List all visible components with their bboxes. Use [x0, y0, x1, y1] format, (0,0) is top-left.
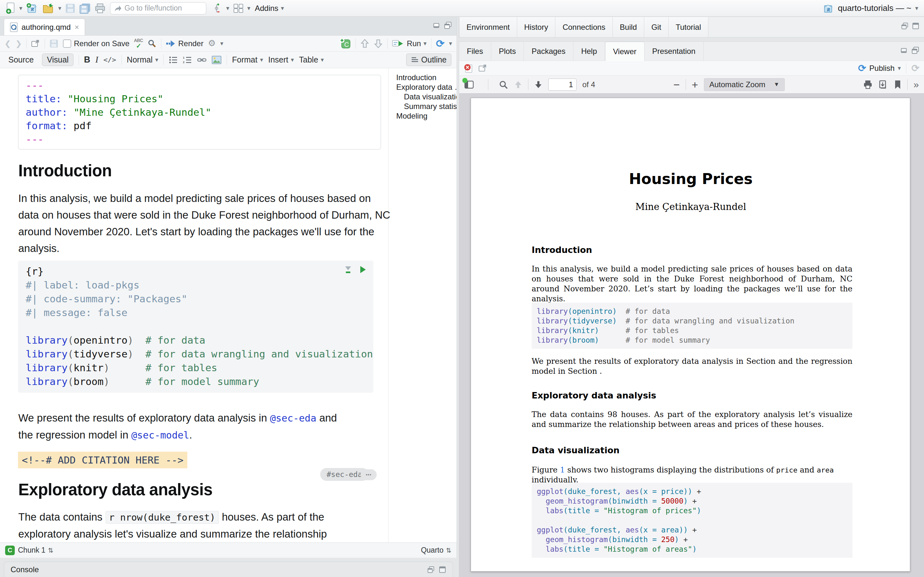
project-menu[interactable]: R quarto-tutorials — ~ ▾ [823, 3, 918, 14]
viewer-minimize-icon[interactable] [900, 47, 908, 54]
new-file-icon[interactable] [6, 3, 15, 14]
console-minimize-icon[interactable] [427, 566, 435, 574]
popout-window-icon[interactable] [31, 39, 40, 48]
tab-viewer[interactable]: Viewer [605, 42, 645, 61]
save-icon[interactable] [65, 3, 75, 13]
run-chunk-icon[interactable] [359, 266, 367, 274]
pdf-more-tools-icon[interactable]: » [913, 80, 919, 89]
outline-item-summary-statistics[interactable]: Summary statis… [396, 102, 457, 111]
tab-connections[interactable]: Connections [556, 17, 612, 37]
outline-item-eda[interactable]: Exploratory data … [396, 82, 457, 92]
forward-icon[interactable]: ❯ [15, 40, 22, 47]
render-on-save-checkbox[interactable] [63, 39, 71, 48]
maximize-pane-icon[interactable] [444, 21, 452, 29]
code-format-button[interactable]: </> [103, 56, 116, 64]
pdf-previous-page-icon[interactable] [514, 80, 522, 89]
tab-help[interactable]: Help [573, 42, 605, 61]
table-menu[interactable]: Table ▾ [299, 55, 324, 64]
sec-eda-reference[interactable]: @sec-eda [270, 413, 317, 424]
pdf-page-input[interactable] [548, 79, 577, 91]
version-control-icon[interactable] [214, 3, 222, 14]
render-on-save-toggle[interactable]: Render on Save [63, 39, 129, 48]
open-file-caret-icon[interactable]: ▾ [58, 5, 61, 11]
section-options-button[interactable]: ••• [360, 469, 376, 480]
link-icon[interactable] [197, 56, 207, 64]
pdf-zoom-out-icon[interactable]: − [674, 79, 680, 90]
pdf-sidebar-toggle-icon[interactable] [464, 81, 474, 89]
run-chunks-above-icon[interactable] [344, 265, 352, 274]
back-icon[interactable]: ❮ [5, 40, 11, 47]
spellcheck-icon[interactable]: ABC ✓ [134, 38, 144, 49]
pdf-bookmark-icon[interactable] [894, 80, 901, 89]
run-button[interactable]: Run ▾ [392, 39, 427, 48]
insert-chunk-icon[interactable]: C [339, 38, 351, 49]
console-pane-header[interactable]: Console [4, 562, 453, 577]
pdf-viewport[interactable]: Housing Prices Mine Çetinkaya-Rundel Int… [459, 93, 924, 577]
insert-menu[interactable]: Insert ▾ [268, 55, 294, 64]
save-doc-icon[interactable] [49, 39, 58, 48]
source-mode-button[interactable]: Source [5, 54, 37, 66]
new-file-caret-icon[interactable]: ▾ [19, 5, 23, 11]
stop-viewer-icon[interactable] [464, 63, 473, 73]
tab-history[interactable]: History [517, 17, 556, 37]
outline-item-introduction[interactable]: Introduction [396, 73, 457, 82]
rerun-icon[interactable]: ⟳ [436, 39, 445, 49]
bold-button[interactable]: B [84, 55, 90, 65]
minimize-pane-icon[interactable] [433, 21, 441, 29]
print-icon[interactable] [95, 3, 105, 13]
code-chunk[interactable]: {r}#| label: load-pkgs#| code-summary: "… [18, 261, 373, 393]
document-surface[interactable]: ---title: "Housing Prices"author: "Mine … [0, 68, 388, 542]
viewer-popout-icon[interactable] [478, 64, 487, 73]
env-maximize-icon[interactable] [912, 22, 919, 30]
viewer-maximize-icon[interactable] [911, 47, 919, 54]
sec-model-reference[interactable]: @sec-model [131, 430, 189, 441]
viewer-refresh-icon[interactable]: ⟳ [911, 63, 919, 73]
jump-down-icon[interactable] [374, 39, 383, 48]
tab-authoring-qmd[interactable]: authoring.qmd × [4, 19, 85, 35]
goto-file-box[interactable] [110, 2, 206, 15]
visual-mode-button[interactable]: Visual [42, 53, 73, 66]
pane-layout-caret-icon[interactable]: ▾ [247, 5, 250, 11]
tab-presentation[interactable]: Presentation [645, 42, 704, 61]
tab-files[interactable]: Files [459, 42, 491, 61]
tab-environment[interactable]: Environment [459, 17, 517, 37]
rerun-caret-icon[interactable]: ▾ [449, 40, 452, 47]
image-icon[interactable] [212, 56, 221, 64]
bullet-list-icon[interactable] [169, 56, 178, 64]
pdf-print-icon[interactable] [863, 80, 873, 89]
goto-file-input[interactable] [124, 4, 198, 13]
open-file-icon[interactable] [42, 3, 55, 14]
publish-button[interactable]: ⟳ Publish ▾ [858, 63, 901, 73]
render-settings-gear-icon[interactable]: ⚙ [208, 39, 216, 48]
chunk-navigator[interactable]: Chunk 1 ⇅ [18, 546, 53, 554]
save-all-icon[interactable] [79, 3, 91, 14]
file-type-selector[interactable]: Quarto ⇅ [421, 546, 451, 554]
pdf-next-page-icon[interactable] [534, 80, 543, 89]
outline-item-data-visualization[interactable]: Data visualization [396, 92, 457, 101]
tab-packages[interactable]: Packages [524, 42, 573, 61]
jump-up-icon[interactable] [360, 39, 369, 48]
render-button[interactable]: Render [166, 39, 204, 48]
pdf-zoom-select[interactable]: Automatic Zoom ▼ [704, 78, 785, 91]
env-restore-icon[interactable] [901, 22, 909, 30]
tab-plots[interactable]: Plots [491, 42, 524, 61]
render-settings-caret-icon[interactable]: ▾ [220, 40, 223, 47]
paragraph-style-dropdown[interactable]: Normal ▾ [127, 55, 158, 64]
pdf-search-icon[interactable] [499, 80, 508, 89]
citation-comment[interactable]: <!--# ADD CITATION HERE --> [18, 452, 187, 468]
pdf-zoom-in-icon[interactable]: + [692, 79, 698, 90]
tab-close-icon[interactable]: × [74, 23, 79, 31]
outline-toggle-button[interactable]: Outline [406, 53, 451, 66]
addins-menu[interactable]: Addins ▾ [255, 4, 284, 13]
outline-item-modeling[interactable]: Modeling [396, 111, 457, 121]
numbered-list-icon[interactable]: 12 [183, 56, 192, 64]
tab-tutorial[interactable]: Tutorial [669, 17, 708, 37]
tab-build[interactable]: Build [613, 17, 644, 37]
new-project-icon[interactable]: R [26, 3, 38, 14]
yaml-metadata-block[interactable]: ---title: "Housing Prices"author: "Mine … [18, 75, 381, 150]
inline-r-code[interactable]: r nrow(duke_forest) [105, 511, 219, 524]
pdf-download-icon[interactable] [879, 80, 888, 89]
console-maximize-icon[interactable] [439, 566, 446, 574]
version-control-caret-icon[interactable]: ▾ [226, 5, 229, 11]
tab-git[interactable]: Git [644, 17, 669, 37]
